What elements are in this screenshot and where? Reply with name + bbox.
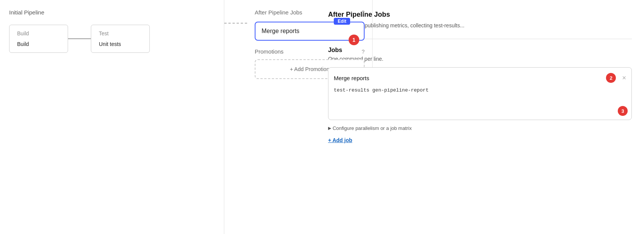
right-panel-title: After Pipeline Jobs <box>328 11 632 19</box>
configure-parallelism-label: Configure parallelism or a job matrix <box>333 125 412 131</box>
add-job-link[interactable]: + Add job <box>328 137 352 143</box>
edit-badge[interactable]: Edit <box>334 18 350 25</box>
job-editor-top: 2 × <box>334 73 626 83</box>
configure-parallelism-arrow: ▶ <box>328 126 331 131</box>
pipeline-stages: Build Build Test Unit tests <box>9 25 215 53</box>
promotions-title: Promotions <box>255 48 284 55</box>
job-commands-textarea[interactable]: test-results gen-pipeline-report <box>334 87 626 113</box>
initial-pipeline-title: Initial Pipeline <box>9 9 215 16</box>
close-job-button[interactable]: × <box>622 74 626 82</box>
promotions-help-icon[interactable]: ? <box>362 49 365 55</box>
dashed-connector-line <box>224 23 247 24</box>
left-panel: Initial Pipeline Build Build Test Unit t… <box>0 0 224 234</box>
promotions-header: Promotions ? <box>255 48 365 55</box>
merge-reports-card[interactable]: Edit Merge reports 1 <box>255 22 365 41</box>
divider <box>328 39 632 39</box>
job-editor: 2 × test-results gen-pipeline-report 3 <box>328 67 632 120</box>
step-badge-1: 1 <box>349 35 359 45</box>
jobs-section-sublabel: One command per line. <box>328 56 632 62</box>
build-stage-job: Build <box>17 41 60 47</box>
jobs-section-label: Jobs <box>328 47 632 54</box>
step-badge-2: 2 <box>606 73 616 83</box>
test-stage-header: Test <box>99 30 142 36</box>
job-name-input[interactable] <box>334 75 606 81</box>
middle-panel-header: After Pipeline Jobs ? <box>255 9 365 16</box>
after-pipeline-help-icon[interactable]: ? <box>362 9 365 16</box>
test-stage: Test Unit tests <box>91 25 150 53</box>
build-stage: Build Build <box>9 25 68 53</box>
configure-parallelism-toggle[interactable]: ▶ Configure parallelism or a job matrix <box>328 125 632 131</box>
build-stage-header: Build <box>17 30 60 36</box>
after-pipeline-jobs-title: After Pipeline Jobs <box>255 9 302 16</box>
step-badge-3: 3 <box>618 106 628 116</box>
merge-reports-title: Merge reports <box>262 28 358 35</box>
right-panel-description: Cleanup tasks, publishing metrics, colle… <box>328 22 632 30</box>
stage-connector <box>68 38 91 39</box>
test-stage-job: Unit tests <box>99 41 142 47</box>
